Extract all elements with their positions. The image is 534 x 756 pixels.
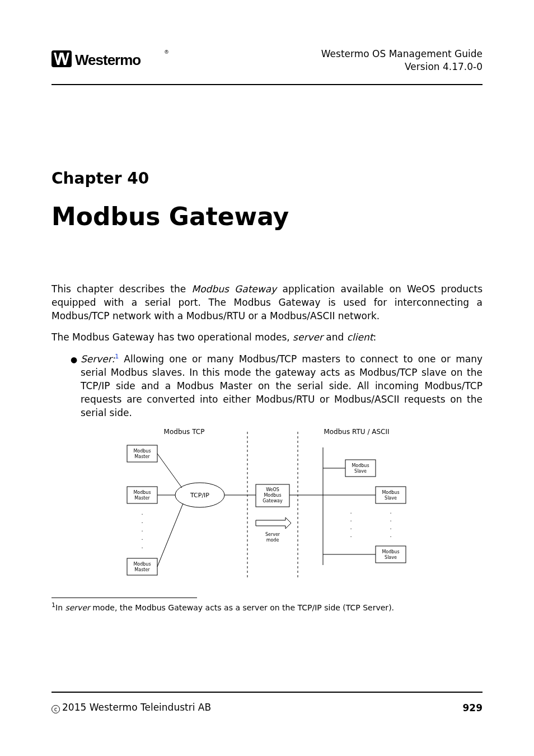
copyright-text: 2015 Westermo Teleindustri AB <box>62 702 211 713</box>
svg-text:mode: mode <box>266 538 279 543</box>
page-number: 929 <box>463 702 483 713</box>
svg-text:Modbus: Modbus <box>264 493 281 498</box>
svg-text:TCP/IP: TCP/IP <box>190 492 209 499</box>
page-header: Westermo ® Westermo OS Management Guide … <box>51 47 483 82</box>
svg-text:Modbus: Modbus <box>352 463 369 468</box>
svg-text:.: . <box>141 535 143 541</box>
chapter-title: Modbus Gateway <box>51 202 483 231</box>
guide-title: Westermo OS Management Guide <box>321 48 483 60</box>
svg-text:.: . <box>350 508 352 515</box>
bullet-item-server: ● Server:1 Allowing one or many Modbus/T… <box>71 352 483 420</box>
footer-row: c2015 Westermo Teleindustri AB 929 <box>51 702 483 713</box>
svg-line-22 <box>157 503 183 567</box>
svg-rect-35 <box>376 487 406 503</box>
p2-c: : <box>373 332 376 343</box>
footer-rule <box>51 692 483 693</box>
master-box-2: Modbus Master <box>127 487 157 503</box>
intro-paragraph-2: The Modbus Gateway has two operational m… <box>51 330 483 344</box>
svg-text:Modbus: Modbus <box>382 549 399 554</box>
page: Westermo ® Westermo OS Management Guide … <box>0 0 534 756</box>
westermo-logo: Westermo ® <box>51 47 175 74</box>
master-box-3: Modbus Master <box>127 558 157 575</box>
svg-rect-8 <box>127 487 157 503</box>
copyright-line: c2015 Westermo Teleindustri AB <box>51 702 211 713</box>
svg-text:Gateway: Gateway <box>263 498 283 503</box>
svg-rect-38 <box>376 546 406 563</box>
bullet-list: ● Server:1 Allowing one or many Modbus/T… <box>71 352 483 420</box>
fn-b: mode, the Modbus Gateway acts as a serve… <box>90 603 394 612</box>
svg-text:Modbus: Modbus <box>133 490 151 495</box>
svg-text:.: . <box>141 518 143 524</box>
svg-text:.: . <box>141 526 143 533</box>
bullet-rest: Allowing one or many Modbus/TCP masters … <box>81 353 483 419</box>
gateway-box: WeOS Modbus Gateway <box>256 484 289 507</box>
modbus-diagram: Modbus TCP Modbus RTU / ASCII Modbus Mas… <box>121 425 413 584</box>
header-rule <box>51 84 483 85</box>
slave-box-1: Modbus Slave <box>345 460 376 477</box>
p2-i2: client <box>347 332 373 343</box>
svg-text:Master: Master <box>134 567 150 572</box>
svg-text:.: . <box>390 532 391 538</box>
slave-box-3: Modbus Slave <box>376 546 406 563</box>
svg-text:.: . <box>390 524 391 530</box>
svg-text:Modbus: Modbus <box>133 449 151 454</box>
svg-text:.: . <box>350 516 352 522</box>
svg-rect-11 <box>127 558 157 575</box>
svg-text:.: . <box>390 508 391 515</box>
diagram-wrap: Modbus TCP Modbus RTU / ASCII Modbus Mas… <box>51 425 483 584</box>
svg-rect-5 <box>127 445 157 462</box>
svg-text:Slave: Slave <box>385 555 397 560</box>
svg-line-20 <box>157 454 182 488</box>
p1-a: This chapter describes the <box>51 283 192 295</box>
master-box-1: Modbus Master <box>127 445 157 462</box>
svg-text:.: . <box>141 543 143 549</box>
page-footer: c2015 Westermo Teleindustri AB 929 <box>51 692 483 713</box>
p2-i1: server <box>293 332 323 343</box>
copyright-icon: c <box>51 705 60 713</box>
bullet-label: Server: <box>81 353 115 365</box>
svg-text:Master: Master <box>134 496 150 501</box>
svg-text:Slave: Slave <box>385 496 397 501</box>
header-right: Westermo OS Management Guide Version 4.1… <box>321 48 483 73</box>
svg-text:Modbus: Modbus <box>382 490 399 495</box>
svg-text:Master: Master <box>134 454 150 459</box>
svg-text:.: . <box>390 516 391 522</box>
diagram-right-heading: Modbus RTU / ASCII <box>324 428 389 436</box>
svg-text:Server: Server <box>265 532 280 537</box>
p2-a: The Modbus Gateway has two operational m… <box>51 332 293 343</box>
svg-text:Slave: Slave <box>354 469 367 474</box>
svg-text:.: . <box>350 532 352 538</box>
version-line: Version 4.17.0-0 <box>321 60 483 73</box>
fn-i: server <box>65 603 90 612</box>
footnote-num: 1 <box>51 601 55 609</box>
bullet-dot-icon: ● <box>71 352 81 420</box>
footnote-rule <box>51 598 197 598</box>
footnote-1: 1In server mode, the Modbus Gateway acts… <box>51 601 483 612</box>
chapter-label: Chapter 40 <box>51 169 483 188</box>
svg-text:®: ® <box>164 49 169 55</box>
server-mode-arrow: Server mode <box>256 517 291 543</box>
svg-text:.: . <box>141 510 143 516</box>
svg-text:WeOS: WeOS <box>266 487 279 492</box>
intro-paragraph-1: This chapter describes the Modbus Gatewa… <box>51 282 483 323</box>
fn-a: In <box>55 603 65 612</box>
diagram-left-heading: Modbus TCP <box>164 428 205 436</box>
svg-text:.: . <box>350 524 352 530</box>
p1-i: Modbus Gateway <box>192 283 277 295</box>
svg-rect-32 <box>345 460 376 477</box>
svg-text:Modbus: Modbus <box>133 562 151 567</box>
p2-b: and <box>323 332 347 343</box>
bullet-text: Server:1 Allowing one or many Modbus/TCP… <box>81 352 483 420</box>
slave-box-2: Modbus Slave <box>376 487 406 503</box>
svg-text:Westermo: Westermo <box>75 52 140 68</box>
